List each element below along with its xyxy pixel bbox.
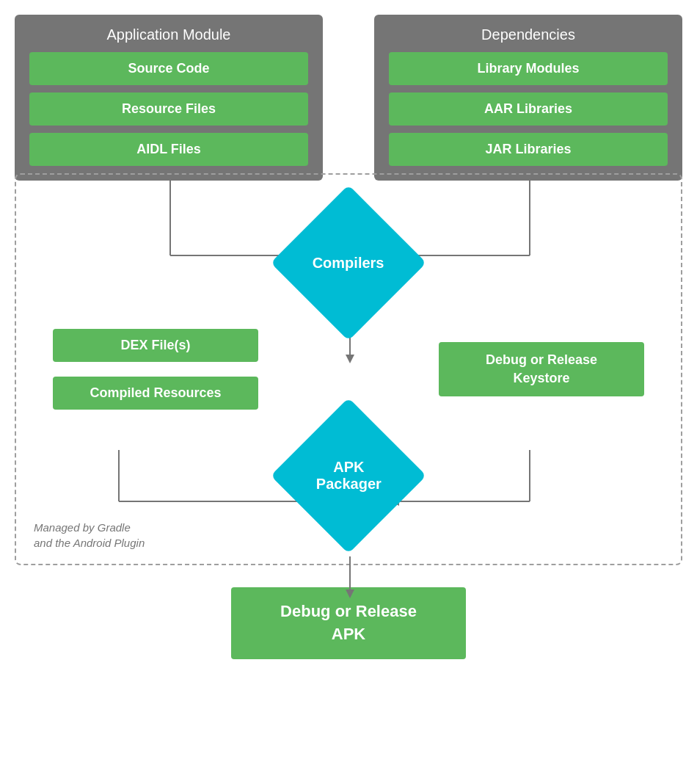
compilers-diamond: Compilers (271, 185, 426, 341)
final-apk-item: Debug or ReleaseAPK (231, 587, 466, 659)
compiled-resources-item: Compiled Resources (53, 377, 258, 410)
resource-files-item: Resource Files (29, 92, 308, 126)
compilers-label: Compilers (313, 255, 384, 272)
dependencies-title: Dependencies (389, 26, 668, 43)
middle-section: DEX File(s) Compiled Resources Debug or … (38, 329, 659, 410)
final-apk-section: Debug or ReleaseAPK (15, 587, 682, 659)
gradle-label: Managed by Gradle and the Android Plugin (34, 520, 145, 551)
application-module-box: Application Module Source Code Resource … (15, 15, 323, 181)
library-modules-item: Library Modules (389, 52, 668, 85)
aar-libraries-item: AAR Libraries (389, 92, 668, 126)
dependencies-box: Dependencies Library Modules AAR Librari… (374, 15, 682, 181)
compilers-row: Compilers (38, 204, 659, 322)
right-keystore: Debug or ReleaseKeystore (439, 342, 644, 396)
aidl-files-item: AIDL Files (29, 133, 308, 166)
dex-files-item: DEX File(s) (53, 329, 258, 362)
apk-packager-label: APKPackager (316, 459, 382, 493)
left-outputs: DEX File(s) Compiled Resources (53, 329, 258, 410)
source-code-item: Source Code (29, 52, 308, 85)
apk-packager-diamond: APKPackager (271, 398, 426, 553)
build-process-diagram: Application Module Source Code Resource … (15, 15, 682, 659)
keystore-item: Debug or ReleaseKeystore (439, 342, 644, 396)
packager-row: APKPackager (38, 417, 659, 534)
app-module-title: Application Module (29, 26, 308, 43)
top-section: Application Module Source Code Resource … (15, 15, 682, 181)
jar-libraries-item: JAR Libraries (389, 133, 668, 166)
gradle-managed-container: Compilers DEX File(s) Compiled Resources… (15, 173, 682, 565)
